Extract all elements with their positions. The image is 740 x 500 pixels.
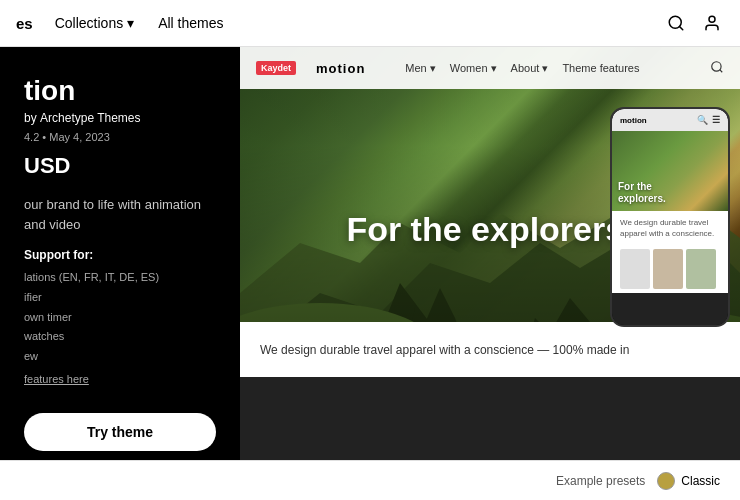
presets-label: Example presets xyxy=(556,474,645,488)
preset-color-dot xyxy=(657,472,675,490)
svg-point-2 xyxy=(709,16,715,22)
support-item: own timer xyxy=(24,308,216,328)
user-icon[interactable] xyxy=(700,11,724,35)
svg-point-13 xyxy=(712,61,721,70)
support-item: watches xyxy=(24,327,216,347)
theme-title: tion xyxy=(24,75,216,107)
theme-nav-links: Men ▾ Women ▾ About ▾ Theme features xyxy=(405,62,639,75)
support-list: lations (EN, FR, IT, DE, ES) ifier own t… xyxy=(24,268,216,367)
kaydet-badge: Kaydet xyxy=(256,61,296,75)
features-link[interactable]: features here xyxy=(24,373,216,385)
motion-logo: motion xyxy=(316,61,365,76)
support-item: ifier xyxy=(24,288,216,308)
support-item: lations (EN, FR, IT, DE, ES) xyxy=(24,268,216,288)
svg-line-1 xyxy=(679,26,682,29)
mobile-image-2 xyxy=(653,249,683,289)
support-label: Support for: xyxy=(24,248,216,262)
mobile-logo: motion xyxy=(620,116,647,125)
search-icon[interactable] xyxy=(664,11,688,35)
collections-menu[interactable]: Collections ▾ xyxy=(43,15,146,31)
mobile-images xyxy=(612,245,728,293)
bottom-bar: Example presets Classic xyxy=(0,460,740,500)
brand-logo: es xyxy=(16,15,33,32)
collections-label: Collections xyxy=(55,15,123,31)
mobile-navbar: motion 🔍 ☰ xyxy=(612,109,728,131)
main-container: tion by Archetype Themes 4.2 • May 4, 20… xyxy=(0,47,740,500)
try-theme-button[interactable]: Try theme xyxy=(24,413,216,451)
navbar-right xyxy=(664,11,724,35)
theme-author: by Archetype Themes xyxy=(24,111,216,125)
navbar: es Collections ▾ All themes xyxy=(0,0,740,47)
mobile-hero-text: For theexplorers. xyxy=(618,181,666,205)
allthemes-link[interactable]: All themes xyxy=(146,15,235,31)
mobile-image-1 xyxy=(620,249,650,289)
allthemes-label: All themes xyxy=(158,15,223,31)
nav-features: Theme features xyxy=(562,62,639,75)
svg-line-14 xyxy=(720,69,723,72)
mobile-inner: motion 🔍 ☰ For theexplorers. We design d… xyxy=(612,109,728,325)
support-item: ew xyxy=(24,347,216,367)
theme-tagline: our brand to life with animation and vid… xyxy=(24,195,216,234)
mobile-hero-bg: For theexplorers. xyxy=(612,131,728,211)
browser-mockup: Kaydet motion Men ▾ Women ▾ About ▾ Them… xyxy=(240,47,740,377)
mobile-nav-icons: 🔍 ☰ xyxy=(697,115,720,125)
mobile-menu-icon: ☰ xyxy=(712,115,720,125)
nav-men: Men ▾ xyxy=(405,62,435,75)
nav-about: About ▾ xyxy=(511,62,549,75)
mobile-content-text: We design durable travel apparel with a … xyxy=(612,211,728,245)
preset-name: Classic xyxy=(681,474,720,488)
browser-bottom-text: We design durable travel apparel with a … xyxy=(240,322,740,377)
theme-search-icon xyxy=(710,60,724,77)
mobile-image-3 xyxy=(686,249,716,289)
hero-headline: For the explorers. xyxy=(346,209,633,248)
left-panel: tion by Archetype Themes 4.2 • May 4, 20… xyxy=(0,47,240,500)
preset-option-classic[interactable]: Classic xyxy=(657,472,720,490)
mobile-search-icon: 🔍 xyxy=(697,115,708,125)
nav-women: Women ▾ xyxy=(450,62,497,75)
theme-price: USD xyxy=(24,153,216,179)
right-panel: Kaydet motion Men ▾ Women ▾ About ▾ Them… xyxy=(240,47,740,500)
theme-version: 4.2 • May 4, 2023 xyxy=(24,131,216,143)
chevron-down-icon: ▾ xyxy=(127,15,134,31)
theme-preview-navbar: Kaydet motion Men ▾ Women ▾ About ▾ Them… xyxy=(240,47,740,89)
mobile-mockup: motion 🔍 ☰ For theexplorers. We design d… xyxy=(610,107,730,327)
